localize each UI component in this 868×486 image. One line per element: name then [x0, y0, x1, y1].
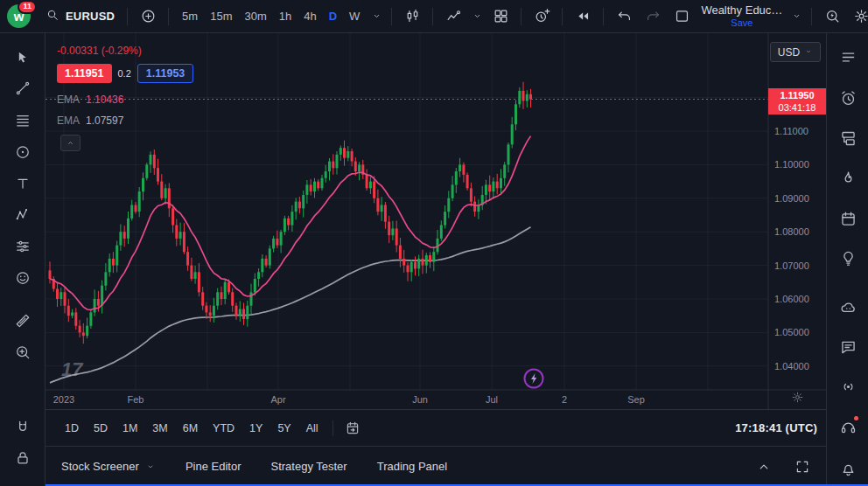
go-to-date-icon[interactable]	[340, 417, 365, 440]
panel-expand-icon[interactable]	[751, 455, 777, 479]
time-axis-settings-icon[interactable]	[791, 391, 807, 406]
interval-menu-caret-icon[interactable]	[368, 4, 384, 29]
emoji-tool-icon[interactable]	[10, 266, 35, 290]
toolbar-divider	[127, 8, 128, 25]
interval-30m[interactable]: 30m	[238, 5, 272, 28]
redo-icon[interactable]	[640, 4, 666, 29]
interval-w[interactable]: W	[343, 5, 366, 28]
event-marker[interactable]	[525, 370, 543, 388]
help-support-icon[interactable]	[836, 414, 860, 439]
tab-stock-screener[interactable]: Stock Screener	[61, 460, 156, 473]
watchlist-icon[interactable]	[836, 45, 860, 69]
range-1d[interactable]: 1D	[58, 420, 86, 437]
undo-icon[interactable]	[611, 4, 637, 29]
tab-strategy-tester[interactable]: Strategy Tester	[270, 460, 346, 473]
toolbar-right-group: Wealthy Educ… Save	[668, 4, 868, 29]
magnet-tool-icon[interactable]	[10, 415, 35, 440]
tradingview-app: w 11 EURUSD 5m15m30m1h4hDW Wealthy Educ…	[0, 0, 868, 486]
ema-fast-label: EMA	[57, 94, 80, 106]
indicators-icon[interactable]	[440, 4, 466, 29]
panel-maximize-icon[interactable]	[789, 455, 816, 479]
hotlists-icon[interactable]	[836, 166, 860, 191]
interval-4h[interactable]: 4h	[298, 5, 322, 28]
current-price: 1.11950	[780, 89, 814, 101]
legend-collapse-button[interactable]	[60, 135, 80, 151]
object-tree-icon[interactable]	[836, 126, 860, 150]
calendar-icon[interactable]	[836, 206, 860, 231]
price-axis-label: 1.05000	[774, 327, 809, 337]
settings-gear-icon[interactable]	[848, 4, 868, 29]
indicators-caret-icon[interactable]	[469, 4, 485, 29]
ema-slow-legend[interactable]: EMA 1.07597	[57, 115, 123, 127]
range-1y[interactable]: 1Y	[242, 420, 270, 437]
interval-d[interactable]: D	[323, 5, 343, 28]
save-button[interactable]: Save	[731, 17, 752, 29]
tab-label: Pine Editor	[186, 460, 242, 473]
chat-icon[interactable]	[836, 335, 860, 359]
tab-label: Stock Screener	[61, 460, 139, 473]
prediction-tool-icon[interactable]	[10, 234, 35, 259]
zoom-tool-icon[interactable]	[10, 340, 35, 364]
price-chart[interactable]: 171.110001.100001.090001.080001.070001.0…	[46, 33, 826, 409]
right-sidebar	[826, 33, 868, 486]
range-6m[interactable]: 6M	[176, 420, 205, 437]
range-3m[interactable]: 3M	[145, 420, 174, 437]
utc-clock[interactable]: 17:18:41 (UTC)	[735, 421, 817, 434]
range-1m[interactable]: 1M	[116, 420, 144, 437]
broker-logo-avatar[interactable]: w 11	[7, 4, 31, 28]
bottom-panel-tabs: Stock ScreenerPine EditorStrategy Tester…	[46, 446, 826, 486]
bar-replay-icon[interactable]	[570, 4, 596, 29]
tab-trading-panel[interactable]: Trading Panel	[377, 460, 447, 473]
search-icon	[46, 8, 60, 25]
toolbar-divider	[521, 8, 522, 25]
trend-line-tool-icon[interactable]	[10, 76, 35, 101]
layout-name-menu[interactable]: Wealthy Educ… Save	[697, 4, 786, 29]
tab-label: Strategy Tester	[270, 460, 346, 473]
interval-5m[interactable]: 5m	[176, 5, 204, 28]
layout-caret-icon[interactable]	[788, 4, 804, 29]
lock-drawings-icon[interactable]	[10, 446, 35, 470]
text-tool-icon[interactable]	[10, 171, 35, 196]
tab-pine-editor[interactable]: Pine Editor	[186, 460, 242, 473]
notifications-bell-icon[interactable]	[836, 456, 860, 481]
symbol-search-button[interactable]: EURUSD	[40, 4, 120, 29]
caret-down-icon	[804, 46, 813, 59]
interval-1h[interactable]: 1h	[273, 5, 298, 28]
add-symbol-icon[interactable]	[135, 4, 161, 29]
layout-grid-icon[interactable]	[487, 4, 514, 29]
ideas-icon[interactable]	[836, 246, 860, 270]
buy-button[interactable]: 1.11953	[137, 64, 194, 83]
fib-retracement-tool-icon[interactable]	[10, 108, 35, 133]
streams-icon[interactable]	[836, 374, 860, 399]
measure-tool-icon[interactable]	[10, 309, 35, 333]
chart-style-icon[interactable]	[399, 4, 425, 29]
cursor-tool-icon[interactable]	[10, 45, 35, 70]
ema-slow-label: EMA	[57, 115, 80, 127]
ema-fast-legend[interactable]: EMA 1.10436	[57, 94, 123, 106]
range-all[interactable]: All	[299, 420, 326, 437]
toolbar-divider	[168, 8, 169, 25]
sell-button[interactable]: 1.11951	[57, 64, 112, 83]
alerts-icon[interactable]	[836, 86, 860, 110]
time-axis-label: 2023	[53, 394, 74, 405]
toolbar-divider	[811, 8, 812, 25]
currency-label: USD	[778, 46, 800, 59]
range-buttons: 1D5D1M3M6MYTD1Y5YAll	[58, 420, 326, 437]
ellipse-tool-icon[interactable]	[10, 140, 35, 164]
time-axis-label: Feb	[128, 394, 144, 405]
quick-search-icon[interactable]	[819, 4, 845, 29]
time-axis-label: Jun	[412, 394, 428, 405]
ema-slow-value: 1.07597	[86, 115, 123, 127]
range-5d[interactable]: 5D	[87, 420, 115, 437]
range-5y[interactable]: 5Y	[270, 420, 298, 437]
interval-15m[interactable]: 15m	[204, 5, 238, 28]
pattern-tool-icon[interactable]	[10, 203, 35, 227]
panel-controls	[751, 455, 816, 479]
range-ytd[interactable]: YTD	[206, 420, 242, 437]
minds-icon[interactable]	[836, 295, 860, 320]
price-axis-label: 1.11000	[774, 126, 808, 136]
create-alert-icon[interactable]	[528, 4, 555, 29]
caret-up-icon	[66, 135, 75, 151]
currency-dropdown[interactable]: USD	[770, 42, 821, 62]
layout-select-icon[interactable]	[668, 4, 695, 29]
